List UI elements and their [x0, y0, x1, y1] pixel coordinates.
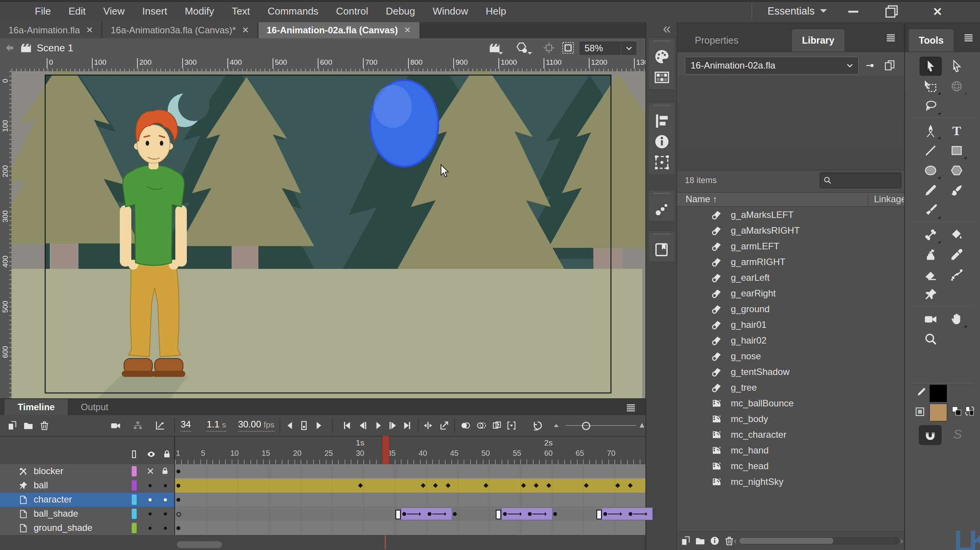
stroke-color-icon[interactable]	[916, 387, 926, 397]
tween-keyframe[interactable]	[629, 512, 632, 516]
library-item-g_earRight[interactable]: g_earRight	[677, 285, 905, 301]
menu-icon[interactable]	[884, 32, 898, 43]
timeline-zoom-slider[interactable]	[566, 425, 636, 426]
workspace-switcher[interactable]: Essentials	[751, 0, 827, 22]
new-library-panel-icon[interactable]	[884, 59, 895, 71]
layer-unlocked-dot[interactable]	[164, 512, 167, 516]
library-item-mc_hand[interactable]: mc_hand	[677, 442, 905, 458]
layer-locked-icon[interactable]	[161, 467, 169, 475]
center-frame-icon[interactable]	[541, 41, 557, 54]
item-properties-icon[interactable]	[709, 535, 720, 546]
onion-skin-outlines-icon[interactable]	[476, 420, 487, 431]
layer-visible-dot[interactable]	[149, 498, 152, 501]
zoom-level-select[interactable]: 58%	[579, 41, 637, 56]
menu-icon[interactable]	[962, 32, 975, 43]
3d-rotation-tool[interactable]	[946, 77, 968, 96]
library-item-g_tree[interactable]: g_tree	[677, 380, 905, 395]
menu-edit[interactable]: Edit	[60, 0, 95, 22]
tab-output[interactable]: Output	[68, 399, 121, 415]
layer-color-swatch[interactable]	[132, 523, 137, 533]
library-item-g_aMarksRIGHT[interactable]: g_aMarksRIGHT	[677, 223, 905, 238]
library-item-g_tentShadow[interactable]: g_tentShadow	[677, 364, 905, 380]
document-tab-0[interactable]: 16a-Animation.fla✕	[0, 22, 102, 38]
lasso-tool[interactable]	[920, 97, 942, 116]
empty-keyframe[interactable]	[176, 512, 181, 517]
outline-column-icon[interactable]	[129, 450, 139, 459]
keyframe-diamond[interactable]	[615, 483, 620, 488]
asset-warp-tool[interactable]	[946, 265, 968, 284]
close-tab-icon[interactable]: ✕	[404, 25, 411, 35]
scroll-right-arrow[interactable]: ›	[900, 536, 903, 546]
layer-color-swatch[interactable]	[132, 466, 137, 476]
swap-colors-icon[interactable]	[964, 405, 975, 417]
text-tool[interactable]: T	[946, 121, 968, 140]
menu-commands[interactable]: Commands	[259, 0, 327, 22]
menu-view[interactable]: View	[95, 0, 134, 22]
current-frame-icon[interactable]	[299, 420, 309, 431]
keyframe[interactable]	[553, 512, 557, 516]
go-to-first-frame-icon[interactable]	[341, 420, 352, 431]
keyframe-diamond[interactable]	[358, 483, 363, 488]
frame-rate-field[interactable]: 30.00 fps	[238, 419, 274, 432]
edit-multiple-frames-icon[interactable]	[492, 420, 502, 431]
close-button[interactable]: ✕	[926, 4, 949, 19]
new-symbol-icon[interactable]	[680, 535, 691, 546]
document-tab-2[interactable]: 16-Animation-02a.fla (Canvas)✕	[258, 22, 420, 38]
library-column-header[interactable]: Name ↑ Linkage	[677, 192, 905, 207]
scroll-left-arrow[interactable]: ‹	[734, 536, 737, 546]
classic-brush-tool[interactable]	[920, 201, 942, 220]
new-folder-icon[interactable]	[695, 535, 706, 546]
keyframe-diamond[interactable]	[584, 483, 589, 488]
layer-color-swatch[interactable]	[132, 509, 137, 519]
keyframe-diamond[interactable]	[421, 483, 426, 488]
keyframe-diamond[interactable]	[433, 483, 438, 488]
visibility-column-icon[interactable]	[147, 450, 156, 459]
rectangle-tool[interactable]	[946, 141, 968, 160]
enlarge-frames-icon[interactable]	[639, 420, 645, 431]
line-tool[interactable]	[920, 141, 942, 160]
menu-modify[interactable]: Modify	[176, 0, 223, 22]
parenting-view-icon[interactable]	[132, 420, 143, 431]
scene-name[interactable]: Scene 1	[37, 42, 73, 54]
frames-character[interactable]	[175, 493, 645, 507]
layer-ball_shade[interactable]: ball_shade	[0, 507, 174, 521]
keyframe[interactable]	[176, 484, 180, 488]
document-tab-1[interactable]: 16a-Animation3a.fla (Canvas)*✕	[102, 22, 258, 38]
polystar-tool[interactable]	[946, 161, 968, 180]
keyframe[interactable]	[176, 470, 180, 473]
layer-ball[interactable]: ball	[0, 478, 174, 493]
menu-text[interactable]: Text	[223, 0, 259, 22]
panel-color-button[interactable]	[653, 48, 671, 65]
step-back-icon[interactable]	[358, 420, 368, 431]
subselection-tool[interactable]	[946, 57, 968, 76]
keyframe-diamond[interactable]	[483, 483, 488, 488]
close-tab-icon[interactable]: ✕	[242, 25, 249, 35]
modify-markers-icon[interactable]	[506, 420, 517, 431]
graph-editor-icon[interactable]	[155, 420, 165, 431]
layer-color-swatch[interactable]	[132, 494, 137, 505]
default-colors-icon[interactable]	[951, 405, 962, 417]
library-document-select[interactable]: 16-Animation-02a.fla	[685, 57, 859, 74]
library-item-mc_character[interactable]: mc_character	[677, 427, 905, 442]
shrink-frames-icon[interactable]	[553, 420, 560, 431]
library-search-input[interactable]	[820, 172, 902, 188]
zoom-tool[interactable]	[920, 329, 942, 349]
frames-ball[interactable]	[175, 478, 645, 493]
tween-start-marker[interactable]	[395, 510, 401, 519]
layer-visible-dot[interactable]	[149, 484, 152, 487]
timeline-hscrollbar[interactable]	[177, 541, 222, 548]
pen-tool[interactable]	[920, 121, 942, 140]
library-item-g_armLEFT[interactable]: g_armLEFT	[677, 238, 905, 254]
ink-bottle-tool[interactable]	[920, 245, 942, 264]
delete-layer-icon[interactable]	[39, 420, 50, 431]
stroke-color-swatch[interactable]	[929, 385, 947, 402]
library-item-g_hair01[interactable]: g_hair01	[677, 317, 905, 332]
keyframe-diamond[interactable]	[446, 483, 451, 488]
free-transform-tool[interactable]	[920, 77, 942, 96]
menu-debug[interactable]: Debug	[377, 0, 424, 22]
back-arrow-icon[interactable]	[4, 43, 15, 53]
panel-swatches-button[interactable]	[653, 69, 671, 86]
new-layer-icon[interactable]	[7, 420, 18, 431]
camera-layer-icon[interactable]	[110, 420, 121, 431]
minimize-button[interactable]	[841, 4, 865, 19]
